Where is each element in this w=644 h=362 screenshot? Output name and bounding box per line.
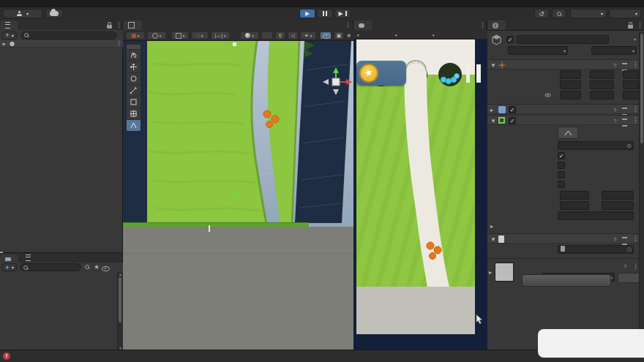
box-collider-checkbox[interactable]: ✓: [509, 117, 516, 124]
edge-radius-field[interactable]: [558, 211, 634, 220]
create-asset-button[interactable]: + ▾: [2, 263, 17, 271]
scene-viewport[interactable]: [123, 41, 353, 350]
account-button[interactable]: ▾: [3, 9, 42, 18]
tab-scene[interactable]: [123, 20, 142, 30]
object-picker-icon[interactable]: ⊙: [626, 246, 632, 254]
move-snap-dropdown[interactable]: |↔|▾: [211, 31, 230, 39]
search-button[interactable]: [552, 9, 566, 18]
material-menu-icon[interactable]: ⋮: [632, 263, 639, 270]
lock-icon[interactable]: [107, 23, 112, 30]
project-scrollbar[interactable]: ▲ ▼: [117, 272, 123, 350]
audio-toggle[interactable]: ◁: [288, 31, 298, 39]
gizmos-button[interactable]: ⊕: [345, 31, 353, 39]
undo-history-button[interactable]: ↺: [534, 9, 549, 18]
sprite-renderer-header[interactable]: ▸ ✓ ? ⋮: [487, 104, 644, 114]
scene-panel-menu-icon[interactable]: ⋮: [345, 21, 351, 29]
preset-icon[interactable]: [622, 108, 627, 116]
material-preview-swatch[interactable]: [495, 263, 514, 282]
help-icon[interactable]: ?: [613, 118, 616, 124]
play-button[interactable]: ▶: [299, 9, 315, 18]
scene-visibility-toggle[interactable]: [320, 31, 332, 39]
project-search-input[interactable]: [30, 264, 78, 271]
hierarchy-search[interactable]: [20, 31, 117, 39]
move-tool-button[interactable]: [127, 61, 141, 72]
lighting-toggle[interactable]: ⚲: [275, 31, 285, 39]
axis-gizmo[interactable]: [318, 66, 353, 110]
layer-dropdown[interactable]: ▾: [591, 46, 637, 55]
rotation-x-field[interactable]: [560, 80, 581, 89]
view-tool-button[interactable]: [127, 49, 141, 61]
size-y-field[interactable]: [602, 201, 634, 210]
foldout-icon[interactable]: ▾: [2, 41, 5, 48]
material-field[interactable]: ⊙: [558, 141, 634, 150]
component-menu-icon[interactable]: ⋮: [632, 116, 639, 124]
effects-dropdown[interactable]: ✦▾: [300, 31, 316, 39]
scale-x-field[interactable]: [560, 91, 581, 99]
material-foldout-icon[interactable]: ▸: [489, 269, 492, 276]
sprite-renderer-checkbox[interactable]: ✓: [509, 106, 516, 113]
tab-game[interactable]: [353, 20, 372, 30]
inspector-scrollbar[interactable]: [639, 32, 644, 350]
name-field[interactable]: [517, 35, 609, 44]
tab-inspector[interactable]: i: [487, 20, 506, 30]
grid-visual-dropdown[interactable]: ▾: [171, 31, 189, 39]
snap-dropdown[interactable]: ⌗▾: [191, 31, 209, 39]
pivot-dropdown[interactable]: ▾: [147, 31, 166, 39]
create-object-button[interactable]: + ▾: [2, 31, 17, 39]
help-icon[interactable]: ?: [613, 236, 616, 243]
used-by-composite-checkbox[interactable]: [558, 171, 565, 178]
component-menu-icon[interactable]: ⋮: [632, 235, 639, 242]
used-by-effector-checkbox[interactable]: [558, 162, 565, 169]
tool-settings-dropdown[interactable]: ▾: [126, 31, 145, 39]
position-x-field[interactable]: [560, 70, 581, 79]
rect-tool-button[interactable]: [127, 96, 141, 108]
offset-x-field[interactable]: [560, 191, 589, 200]
game-panel-menu-icon[interactable]: ⋮: [479, 21, 486, 29]
is-trigger-checkbox[interactable]: ✓: [558, 152, 565, 159]
search-by-type-icon[interactable]: [85, 264, 89, 271]
component-menu-icon[interactable]: ⋮: [632, 61, 639, 68]
hierarchy-menu-icon[interactable]: ⋮: [116, 21, 122, 29]
object-picker-icon[interactable]: ⊙: [627, 142, 632, 150]
material-edit-button[interactable]: [618, 273, 640, 283]
tag-dropdown[interactable]: ▾: [508, 46, 568, 55]
hidden-packages-icon[interactable]: [102, 265, 109, 272]
active-checkbox[interactable]: ✓: [506, 36, 514, 43]
lock-icon[interactable]: [628, 23, 633, 30]
help-icon[interactable]: ?: [624, 263, 626, 270]
project-search[interactable]: [20, 263, 81, 271]
hierarchy-search-input[interactable]: [31, 32, 113, 39]
auto-tiling-checkbox[interactable]: [558, 181, 565, 188]
cloud-button[interactable]: [45, 9, 63, 18]
position-z-field[interactable]: [623, 70, 639, 79]
scale-y-field[interactable]: [590, 91, 614, 99]
camera-settings-button[interactable]: ▣: [334, 31, 344, 39]
display-dropdown[interactable]: ▾: [394, 31, 429, 39]
game-viewport[interactable]: ★: [353, 39, 487, 350]
layers-dropdown[interactable]: ▾: [570, 9, 607, 18]
add-component-button[interactable]: [522, 274, 611, 287]
scroll-up-icon[interactable]: ▲: [119, 272, 122, 276]
layout-dropdown[interactable]: ▾: [609, 9, 641, 18]
resolution-dropdown[interactable]: ▾: [431, 31, 487, 39]
tab-console[interactable]: [20, 253, 38, 263]
2d-toggle[interactable]: [261, 31, 273, 39]
preset-icon[interactable]: [622, 63, 627, 71]
scene-menu-icon[interactable]: ⋮: [116, 39, 122, 47]
help-icon[interactable]: ?: [613, 107, 616, 113]
component-menu-icon[interactable]: ⋮: [632, 105, 639, 113]
transform-header[interactable]: ▼ ? ⋮: [487, 59, 644, 69]
inspector-menu-icon[interactable]: ⋮: [637, 21, 643, 29]
draw-mode-dropdown[interactable]: ▾: [240, 31, 259, 39]
custom-tool-button[interactable]: [127, 119, 141, 131]
scale-tool-button[interactable]: [127, 84, 141, 96]
rotation-z-field[interactable]: [623, 80, 639, 89]
info-foldout-icon[interactable]: ▸: [490, 223, 493, 230]
zemin-script-header[interactable]: ▼ ? ⋮: [487, 233, 644, 244]
script-field[interactable]: ⊙: [558, 245, 634, 254]
pause-button[interactable]: [317, 9, 333, 18]
preset-icon[interactable]: [622, 118, 627, 127]
transform-tool-button[interactable]: [127, 108, 141, 119]
step-button[interactable]: ▶: [334, 9, 351, 18]
rotate-tool-button[interactable]: [127, 72, 141, 84]
